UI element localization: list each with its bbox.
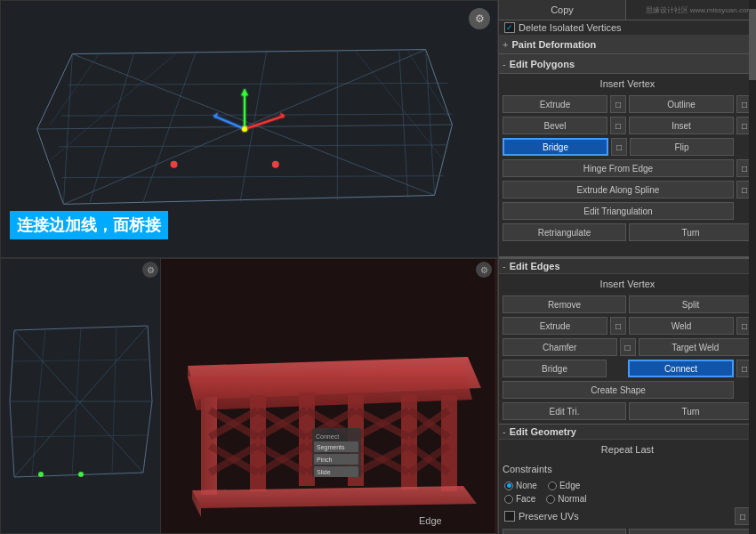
viewport-bottom-left[interactable]: ⚙ [1, 259, 161, 534]
svg-text:Pinch: Pinch [317, 457, 333, 463]
right-panel-top-scroll-thumb[interactable] [749, 9, 756, 80]
delete-isolated-vertices-row[interactable]: Delete Isolated Vertices [499, 20, 756, 35]
split-button[interactable]: Split [629, 295, 752, 313]
constraint-normal[interactable]: Normal [546, 494, 586, 504]
extrude-along-spline-button[interactable]: Extrude Along Spline [503, 181, 734, 198]
constraint-normal-label: Normal [558, 494, 586, 504]
paint-deformation-row[interactable]: + Paint Deformation [499, 35, 756, 54]
bevel-button[interactable]: Bevel [503, 117, 607, 134]
remove-split-row: Remove Split [499, 294, 756, 315]
constraint-edge-radio[interactable] [548, 481, 557, 490]
extrude-bottom-settings[interactable]: □ [610, 317, 626, 335]
right-panel-bottom: - Edit Edges Insert Vertex Remove Split … [499, 258, 756, 534]
chamfer-targetweld-row: Chamfer □ Target Weld [499, 336, 756, 358]
right-panel-top-scrollbar[interactable] [749, 0, 756, 258]
retriangulate-button[interactable]: Retriangulate [503, 223, 626, 241]
constraint-normal-radio[interactable] [546, 495, 555, 504]
constraint-none[interactable]: None [504, 481, 537, 490]
retriangulate-turn-row: Retriangulate Turn [499, 222, 756, 243]
constraint-face[interactable]: Face [504, 494, 535, 504]
bevel-inset-row: Bevel □ Inset □ [499, 115, 756, 136]
repeat-last-row: Repeat Last [499, 440, 756, 459]
extrude-bottom-button[interactable]: Extrude [503, 317, 607, 335]
chamfer-button[interactable]: Chamfer [503, 338, 617, 356]
constraints-label: Constraints [503, 464, 552, 474]
hinge-from-edge-button[interactable]: Hinge From Edge [503, 159, 734, 177]
constraint-edge[interactable]: Edge [548, 481, 580, 490]
wireframe-mesh-bottom-left: ⚙ [1, 259, 161, 534]
constraint-edge-label: Edge [559, 481, 580, 490]
inset-button[interactable]: Inset [629, 117, 734, 134]
insert-vertex-bottom-row: Insert Vertex [499, 274, 756, 294]
edit-edges-collapse-icon: - [503, 261, 506, 271]
hinge-from-edge-row: Hinge From Edge □ [499, 158, 756, 179]
svg-text:⚙: ⚙ [480, 265, 488, 275]
edit-edges-header: - Edit Edges [499, 258, 756, 274]
viewport-bottom-right[interactable]: Connect Segments Pinch Slide ⚙ Edge [161, 259, 497, 534]
chamfer-settings[interactable]: □ [620, 338, 636, 356]
flip-button[interactable]: Flip [630, 138, 734, 156]
svg-point-28 [272, 161, 279, 168]
extrude-settings[interactable]: □ [610, 95, 626, 113]
bridge-connect-row: Bridge □ Connect □ [499, 358, 756, 379]
copy-button[interactable]: Copy [499, 0, 626, 20]
delete-isolated-vertices-checkbox[interactable] [504, 22, 515, 33]
edit-edges-label: Edit Edges [510, 261, 560, 271]
extrude-button[interactable]: Extrude [503, 95, 607, 113]
edit-tri-button[interactable]: Edit Tri. [503, 402, 626, 420]
edit-polygons-collapse-icon: - [503, 59, 506, 69]
constraint-face-radio[interactable] [504, 495, 513, 504]
collapse-button[interactable]: Collapse [629, 529, 752, 534]
svg-text:⚙: ⚙ [147, 265, 155, 275]
paint-deformation-label: Paint Deformation [511, 39, 596, 50]
delete-isolated-vertices-label: Delete Isolated Vertices [519, 22, 622, 33]
svg-point-40 [78, 472, 84, 477]
turn-bottom-button[interactable]: Turn [629, 402, 752, 420]
edit-polygons-label: Edit Polygons [510, 59, 575, 69]
bridge-settings[interactable]: □ [611, 138, 627, 156]
right-panel-top: Copy 思缘设计社区 www.missyuan.com Delete Isol… [499, 0, 756, 258]
target-weld-button[interactable]: Target Weld [639, 338, 753, 356]
edit-triangulation-button[interactable]: Edit Triangulation [503, 202, 734, 220]
constraint-face-label: Face [516, 494, 535, 504]
shaded-mesh-view: Connect Segments Pinch Slide ⚙ Edge [161, 259, 495, 534]
svg-point-39 [38, 472, 44, 477]
constraints-label-row: Constraints [499, 459, 756, 479]
top-buttons-row: Copy 思缘设计社区 www.missyuan.com [499, 0, 756, 20]
edit-geometry-collapse-icon: - [503, 426, 506, 437]
create-shape-row: Create Shape □ [499, 379, 756, 400]
viewport-top[interactable]: WWW.3DXY.COM [0, 0, 498, 258]
insert-vertex-row: Insert Vertex [499, 74, 756, 93]
constraint-none-radio[interactable] [504, 481, 513, 490]
preserve-uvs-label: Preserve UVs [519, 511, 579, 522]
remove-button[interactable]: Remove [503, 295, 626, 313]
outline-button[interactable]: Outline [629, 95, 734, 113]
paint-deformation-expand-icon: + [503, 39, 508, 50]
extrude-along-spline-row: Extrude Along Spline □ [499, 179, 756, 200]
bridge-button[interactable]: Bridge [503, 138, 608, 156]
viewport-settings-icon[interactable]: ⚙ [469, 8, 490, 29]
extrude-outline-row: Extrude □ Outline □ [499, 93, 756, 115]
watermark-label: 思缘设计社区 www.missyuan.com [646, 5, 752, 15]
bridge-bottom-button[interactable]: Bridge [503, 360, 607, 377]
viewport-bottom: ⚙ [0, 258, 498, 534]
preserve-uvs-checkbox[interactable] [504, 511, 515, 522]
connect-button[interactable]: Connect [628, 360, 734, 377]
insert-vertex-bottom-label: Insert Vertex [600, 279, 655, 289]
right-panel: Copy 思缘设计社区 www.missyuan.com Delete Isol… [498, 0, 756, 534]
create-shape-button[interactable]: Create Shape [503, 381, 734, 399]
constraints-none-edge-row: None Edge [499, 479, 756, 492]
edittri-turn-row: Edit Tri. Turn [499, 400, 756, 422]
create-button[interactable]: Create [503, 529, 626, 534]
constraints-face-normal-row: Face Normal [499, 492, 756, 506]
insert-vertex-label: Insert Vertex [600, 78, 655, 89]
preserve-uvs-row[interactable]: Preserve UVs □ [499, 506, 756, 527]
weld-button[interactable]: Weld [629, 317, 734, 335]
bevel-settings[interactable]: □ [610, 117, 626, 134]
edit-geometry-header: - Edit Geometry [499, 424, 756, 440]
chinese-label: 连接边加线，面桥接 [10, 211, 168, 239]
constraint-none-label: None [516, 481, 537, 490]
edit-triangulation-row: Edit Triangulation □ [499, 200, 756, 222]
turn-button-top[interactable]: Turn [629, 223, 752, 241]
edit-polygons-row[interactable]: - Edit Polygons [499, 54, 756, 74]
